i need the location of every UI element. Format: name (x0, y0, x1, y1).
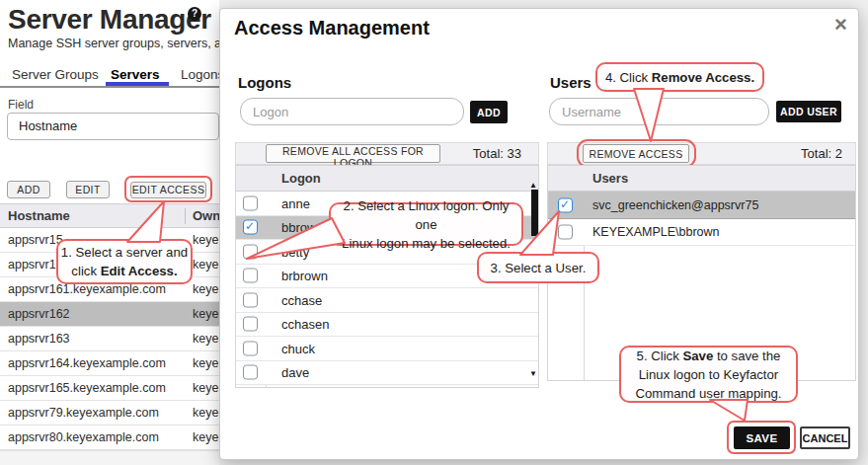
user-name: svc_greenchicken@appsrvr75 (592, 198, 758, 212)
table-row[interactable]: appsrvr80.keyexample.com keye (0, 426, 219, 450)
owner-cell: keye (193, 430, 218, 444)
server-manager-panel: Server Manager ? Manage SSH server group… (0, 0, 219, 465)
user-row-selected[interactable]: ✓ svc_greenchicken@appsrvr75 (548, 192, 855, 219)
callout-text: Command user mapping. (635, 386, 781, 401)
row-checkbox-checked[interactable]: ✓ (243, 220, 258, 235)
row-checkbox[interactable] (243, 244, 258, 259)
callout-text: 2. Select a Linux logon. Only one (344, 198, 510, 232)
callout-text: 3. Select a User. (491, 261, 587, 275)
callout-text-bold: Save (682, 349, 713, 363)
hostname-cell: appsrvr80.keyexample.com (8, 430, 159, 444)
add-server-button[interactable]: ADD (7, 181, 50, 198)
owner-cell: keye (193, 381, 218, 395)
table-row[interactable]: appsrvr165.keyexample.com keye (0, 376, 219, 401)
logon-name: chuck (281, 341, 315, 355)
scrollbar-down-icon[interactable]: ▼ (529, 370, 537, 378)
logon-column-header: Logon (281, 171, 321, 186)
page-subtitle: Manage SSH server groups, servers, a (8, 37, 221, 50)
users-total: Total: 2 (771, 146, 842, 161)
table-row[interactable]: appsrvr79.keyexample.com keye (0, 401, 219, 426)
scrollbar-thumb[interactable] (531, 190, 538, 236)
logon-name: anne (281, 195, 310, 210)
logon-name: brbrown (281, 269, 328, 283)
logon-name: betty (281, 244, 309, 259)
check-icon: ✓ (245, 219, 255, 233)
users-section-label: Users (550, 74, 592, 91)
page: Server Manager ? Manage SSH server group… (0, 0, 868, 465)
add-logon-button[interactable]: ADD (470, 101, 508, 123)
owner-cell: keye (193, 406, 218, 420)
page-title: Server Manager (8, 4, 211, 36)
hostname-cell: appsrvr162 (8, 307, 70, 321)
field-select[interactable]: Hostname (7, 113, 219, 140)
hostname-cell: appsrvr165.keyexample.com (8, 381, 166, 395)
user-name: KEYEXAMPLE\bbrown (592, 225, 720, 239)
users-column-header: Users (592, 171, 628, 186)
callout-text-bold: Edit Access. (101, 264, 178, 278)
logon-row[interactable]: cchasen (236, 313, 538, 338)
callout-text: Linux logon to Keyfactor (639, 367, 779, 382)
hostname-cell: appsrvr164.keyexample.com (8, 356, 166, 370)
logons-section-label: Logons (238, 74, 291, 91)
callout-text: 5. Click (637, 349, 683, 363)
logon-name: bbrown (281, 220, 324, 235)
logon-input[interactable] (240, 98, 464, 125)
table-row-selected[interactable]: appsrvr162 keye (0, 302, 219, 327)
close-icon[interactable]: × (834, 13, 847, 37)
owner-column-header: Own (193, 208, 220, 223)
column-divider (185, 208, 186, 224)
row-checkbox[interactable] (243, 195, 258, 210)
logons-table-header: Logon (236, 166, 538, 192)
tab-server-groups[interactable]: Server Groups (12, 67, 99, 82)
row-checkbox[interactable] (243, 317, 258, 332)
row-checkbox[interactable] (243, 292, 258, 307)
remove-access-button[interactable]: REMOVE ACCESS (583, 144, 689, 163)
remove-all-access-button[interactable]: REMOVE ALL ACCESS FOR LOGON (266, 144, 440, 163)
row-checkbox-checked[interactable]: ✓ (558, 197, 573, 212)
users-table-header: Users (548, 166, 855, 192)
owner-cell: keye (193, 258, 218, 271)
row-checkbox[interactable] (243, 365, 258, 380)
hostname-cell: appsrvr161.keyexample.com (8, 282, 166, 296)
callout-text: click (71, 264, 100, 278)
hostname-cell: appsrvr79.keyexample.com (8, 406, 159, 420)
callout-5: 5. Click Save to save the Linux logon to… (619, 346, 798, 403)
table-row[interactable]: appsrvr164.keyexample.com keye (0, 351, 219, 376)
row-checkbox[interactable] (558, 225, 573, 240)
logon-row[interactable]: cchase (236, 288, 538, 313)
callout-text: 4. Click (605, 70, 652, 85)
save-button[interactable]: SAVE (734, 426, 790, 449)
hostname-column-header: Hostname (8, 208, 70, 223)
logon-name: cchasen (281, 317, 329, 332)
scrollbar-up-icon[interactable]: ▲ (529, 182, 537, 190)
owner-cell: keye (193, 307, 218, 321)
table-row[interactable]: appsrvr163 keye (0, 327, 219, 351)
add-user-button[interactable]: ADD USER (776, 101, 841, 122)
logon-name: dave (281, 365, 309, 380)
callout-text: to save the (713, 349, 780, 363)
logon-name: cchase (281, 292, 322, 307)
modal-title: Access Management (234, 17, 430, 39)
row-checkbox[interactable] (243, 341, 258, 355)
row-checkbox[interactable] (243, 269, 258, 283)
help-icon[interactable]: ? (188, 7, 201, 21)
user-row[interactable]: KEYEXAMPLE\bbrown (548, 219, 855, 246)
owner-cell: keye (193, 282, 218, 296)
edit-server-button[interactable]: EDIT (66, 181, 110, 198)
callout-4: 4. Click Remove Access. (595, 62, 764, 92)
hostname-cell: appsrvr16 (8, 258, 63, 271)
callout-2: 2. Select a Linux logon. Only one Linux … (329, 202, 523, 246)
field-select-value: Hostname (19, 118, 77, 133)
logon-row[interactable]: dave (236, 361, 538, 386)
cancel-button[interactable]: CANCEL (800, 426, 850, 449)
callout-text: Linux logon may be selected. (342, 236, 511, 251)
callout-text-bold: Remove Access. (652, 70, 754, 85)
owner-cell: keye (193, 332, 218, 346)
tab-servers[interactable]: Servers (111, 67, 160, 82)
tab-logons[interactable]: Logons (181, 67, 224, 82)
callout-text: 1. Select a server and (61, 245, 188, 260)
table-footer (0, 450, 219, 465)
username-input[interactable] (549, 98, 769, 125)
logon-row[interactable]: chuck (236, 337, 538, 361)
edit-access-button[interactable]: EDIT ACCESS (130, 182, 206, 198)
